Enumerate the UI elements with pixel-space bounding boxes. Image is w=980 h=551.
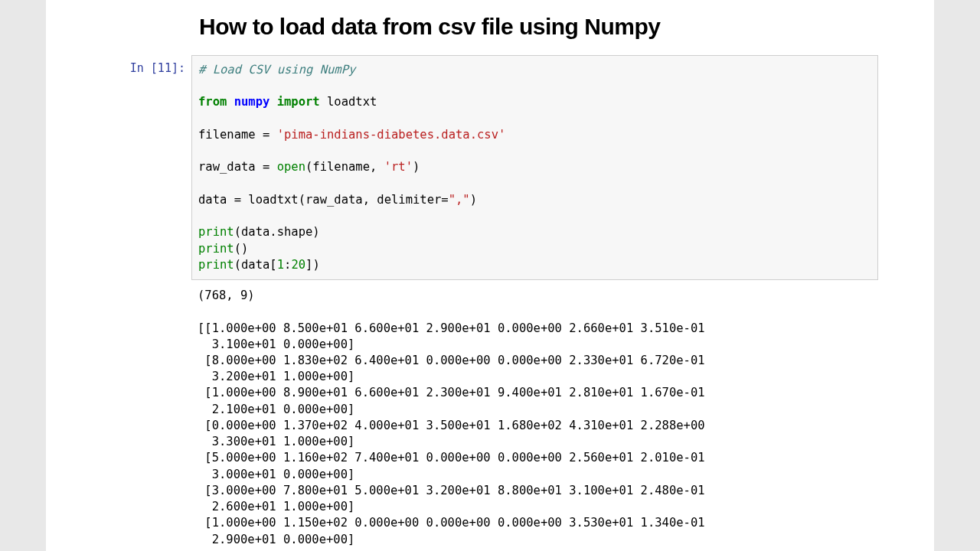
op-eq: = [263, 128, 270, 142]
num-20: 20 [291, 258, 305, 272]
var-rawdata: raw_data [198, 160, 256, 174]
colon: : [284, 258, 291, 272]
module-numpy: numpy [234, 95, 270, 109]
arg-filename: filename [312, 160, 370, 174]
attr-shape: data.shape [241, 225, 312, 239]
close-br: ]) [305, 258, 320, 272]
str-filename: 'pima-indians-diabetes.data.csv' [277, 128, 506, 142]
arg-rawdata: raw_data [305, 193, 363, 207]
notebook-container: How to load data from csv file using Num… [46, 0, 934, 551]
output-prompt [46, 285, 191, 548]
output-cell: (768, 9) [[1.000e+00 8.500e+01 6.600e+01… [46, 285, 934, 548]
arg-delim: delimiter [377, 193, 441, 207]
fn-print: print [198, 258, 234, 272]
page-title: How to load data from csv file using Num… [199, 14, 842, 40]
kw-import: import [277, 95, 320, 109]
num-1: 1 [277, 258, 284, 272]
code-cell[interactable]: In [11]: # Load CSV using NumPy from num… [46, 55, 934, 280]
var-data: data [198, 193, 227, 207]
output-text: (768, 9) [[1.000e+00 8.500e+01 6.600e+01… [191, 285, 923, 548]
input-prompt: In [11]: [46, 55, 191, 280]
fn-loadtxt: loadtxt [248, 193, 298, 207]
var-filename: filename [198, 128, 256, 142]
slice-open: data[ [241, 258, 277, 272]
code-comment: # Load CSV using NumPy [198, 63, 355, 77]
markdown-cell: How to load data from csv file using Num… [46, 14, 934, 55]
fn-open: open [277, 160, 305, 174]
op-eq: = [263, 160, 270, 174]
fn-print: print [198, 242, 234, 256]
op-eq: = [234, 193, 241, 207]
code-input-area[interactable]: # Load CSV using NumPy from numpy import… [191, 55, 878, 280]
fn-print: print [198, 225, 234, 239]
kw-from: from [198, 95, 227, 109]
str-rt: 'rt' [384, 160, 413, 174]
str-comma: "," [449, 193, 470, 207]
fn-loadtxt: loadtxt [327, 95, 377, 109]
